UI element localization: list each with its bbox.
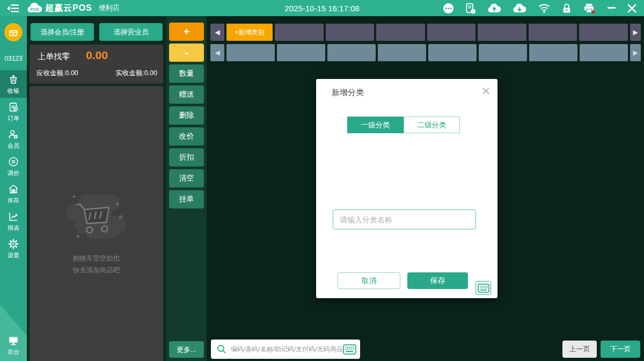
category-slot — [427, 24, 476, 41]
cloud-upload-icon[interactable] — [487, 3, 501, 13]
next-page-button[interactable]: 下一页 — [601, 341, 640, 358]
quantity-plus-button[interactable]: + — [169, 23, 204, 41]
subcategory-slot — [327, 44, 376, 61]
cashier-icon — [8, 74, 19, 86]
category-slot — [376, 24, 425, 41]
category-slot — [579, 24, 628, 41]
sidebar-menu: 收银 订单 会员 调价 库存 — [0, 70, 27, 262]
sidebar-item-backend[interactable]: 后台 — [0, 330, 27, 360]
hold-order-button[interactable]: 挂单 — [169, 190, 204, 208]
category-slot — [478, 24, 526, 41]
category-row-2: ◀ ▶ — [210, 44, 641, 61]
modal-close-icon[interactable]: ✕ — [481, 85, 491, 97]
search-keyboard-icon[interactable] — [343, 344, 356, 355]
received-amount: 实收金额:0.00 — [115, 69, 157, 78]
search-input[interactable] — [231, 345, 343, 353]
clear-button[interactable]: 清空 — [169, 169, 204, 187]
pos-cloud-logo-icon: POS — [27, 2, 43, 15]
category-bar: ◀ +新增类别 ▶ ◀ ▶ — [207, 16, 644, 63]
subcategory-scroll-left-icon[interactable]: ◀ — [210, 44, 224, 61]
product-search-bar — [211, 340, 360, 359]
gift-button[interactable]: 赠送 — [169, 85, 204, 104]
sidebar-item-label: 报表 — [8, 224, 19, 232]
empty-cart-illustration — [56, 189, 137, 251]
discount-button[interactable]: 折扣 — [169, 148, 204, 167]
store-avatar[interactable] — [4, 23, 23, 41]
sidebar-item-inventory[interactable]: 库存 — [0, 180, 27, 207]
category-scroll-left-icon[interactable]: ◀ — [210, 24, 224, 41]
backend-icon — [7, 335, 20, 348]
sidebar-item-members[interactable]: 会员 — [0, 125, 27, 153]
sidebar: 03123 收银 订单 会员 调价 — [0, 16, 27, 361]
collapse-menu-icon[interactable] — [6, 4, 19, 13]
close-icon[interactable] — [627, 4, 636, 13]
svg-text:!: ! — [473, 9, 474, 13]
select-clerk-button[interactable]: 选择营业员 — [99, 23, 163, 41]
category-slot — [275, 24, 324, 41]
subcategory-slot — [226, 44, 275, 61]
subcategory-slot — [428, 44, 477, 61]
sidebar-item-label: 调价 — [8, 169, 19, 177]
store-name: 便利店 — [99, 3, 120, 13]
delete-button[interactable]: 删除 — [169, 106, 204, 125]
topbar-icons: ! — [443, 3, 644, 14]
category-name-input[interactable] — [333, 210, 476, 229]
quantity-minus-button[interactable]: - — [169, 44, 204, 62]
modal-keyboard-icon[interactable] — [475, 281, 491, 295]
sidebar-item-reports[interactable]: 报表 — [0, 207, 27, 235]
reports-icon — [8, 211, 19, 223]
app-name: 超赢云POS — [45, 3, 92, 14]
sidebar-item-price-adjust[interactable]: 调价 — [0, 153, 27, 180]
subcategory-scroll-right-icon[interactable]: ▶ — [630, 44, 641, 61]
payment-summary-panel: 上单找零 0.00 应收金额:0.00 实收金额:0.00 — [30, 45, 163, 84]
subcategory-slot — [479, 44, 527, 61]
change-price-button[interactable]: 改价 — [169, 127, 204, 146]
actions-column: + - 数量 赠送 删除 改价 折扣 清空 挂单 更多... — [166, 16, 207, 361]
cart-section: 选择会员/注册 选择营业员 上单找零 0.00 应收金额:0.00 实收金额:0… — [27, 16, 166, 361]
category-row-1: ◀ +新增类别 ▶ — [210, 24, 641, 41]
sidebar-item-orders[interactable]: 订单 — [0, 98, 27, 125]
category-slot — [529, 24, 577, 41]
settings-icon — [8, 238, 19, 251]
sidebar-item-settings[interactable]: 设置 — [0, 235, 27, 262]
lock-icon[interactable] — [562, 3, 572, 14]
category-slot — [326, 24, 375, 41]
price-adjust-icon — [8, 156, 19, 169]
datetime: 2025-10-15 16:17:08 — [284, 4, 359, 13]
change-value: 0.00 — [86, 49, 108, 62]
svg-text:POS: POS — [31, 7, 39, 12]
cloud-download-icon[interactable] — [513, 3, 526, 13]
prev-page-button[interactable]: 上一页 — [562, 341, 597, 358]
empty-cart-line1: 购物车空空如也 — [73, 254, 120, 263]
quantity-button[interactable]: 数量 — [169, 64, 204, 83]
tab-secondary-category[interactable]: 二级分类 — [404, 117, 460, 133]
receivable-amount: 应收金额:0.00 — [36, 69, 78, 78]
category-scroll-right-icon[interactable]: ▶ — [630, 24, 641, 41]
cancel-button[interactable]: 取消 — [338, 272, 400, 289]
sidebar-item-label: 设置 — [8, 251, 19, 259]
sidebar-item-cashier[interactable]: 收银 — [0, 70, 27, 98]
printer-error-icon[interactable] — [583, 3, 596, 14]
modal-title: 新增分类 — [332, 88, 364, 98]
more-actions-button[interactable]: 更多... — [169, 341, 204, 358]
save-button[interactable]: 保存 — [407, 272, 468, 289]
subcategory-slot — [529, 44, 577, 61]
server-alert-icon[interactable]: ! — [465, 3, 476, 14]
subcategory-slot — [378, 44, 426, 61]
minimize-icon[interactable] — [608, 7, 616, 9]
orders-icon — [8, 101, 19, 114]
sidebar-item-label: 收银 — [8, 87, 19, 95]
sidebar-item-label: 订单 — [8, 114, 19, 122]
subcategory-slot — [277, 44, 325, 61]
add-category-modal: 新增分类 ✕ 一级分类 二级分类 取消 保存 — [316, 79, 497, 298]
inventory-icon — [8, 183, 19, 196]
add-category-button[interactable]: +新增类别 — [226, 24, 273, 41]
sidebar-item-label: 后台 — [8, 348, 19, 356]
tab-primary-category[interactable]: 一级分类 — [347, 117, 404, 133]
subcategory-slot — [580, 44, 628, 61]
sidebar-item-label: 库存 — [8, 197, 19, 205]
select-member-button[interactable]: 选择会员/注册 — [31, 23, 94, 41]
cart-list-panel: 购物车空空如也 快去添加商品吧 — [30, 86, 163, 361]
more-icon[interactable] — [443, 3, 454, 14]
members-icon — [8, 128, 19, 141]
